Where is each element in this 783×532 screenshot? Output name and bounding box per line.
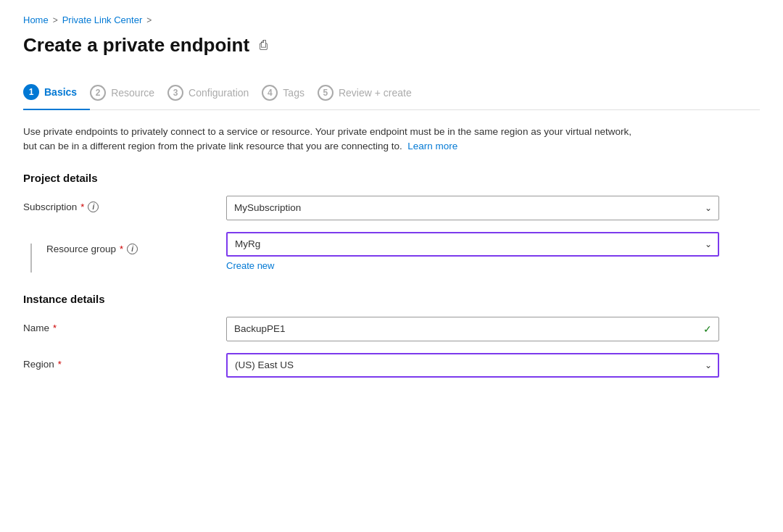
resource-group-required: * [120, 244, 123, 254]
wizard-step-review-create[interactable]: 5 Review + create [318, 78, 425, 109]
page-title: Create a private endpoint [23, 34, 249, 57]
resource-group-info-icon[interactable]: i [127, 244, 138, 254]
breadcrumb: Home > Private Link Center > [23, 14, 760, 25]
step-label-basics: Basics [44, 86, 77, 98]
step-number-4: 4 [262, 85, 278, 101]
name-label: Name * [23, 323, 226, 333]
subscription-row: Subscription * i MySubscription ⌄ [23, 196, 760, 220]
subscription-select-wrapper: MySubscription ⌄ [226, 196, 719, 220]
region-select[interactable]: (US) East US [226, 353, 719, 378]
subscription-required: * [80, 201, 84, 212]
instance-details-title: Instance details [23, 293, 760, 305]
region-row: Region * (US) East US ⌄ [23, 353, 760, 378]
step-label-tags: Tags [283, 87, 304, 99]
breadcrumb-home[interactable]: Home [23, 14, 49, 25]
instance-details-section: Instance details Name * ✓ Region * [23, 293, 760, 378]
page-description: Use private endpoints to privately conne… [23, 125, 647, 154]
step-number-2: 2 [90, 85, 106, 101]
step-number-1: 1 [23, 84, 39, 100]
step-label-review-create: Review + create [339, 87, 412, 99]
wizard-steps: 1 Basics 2 Resource 3 Configuration 4 Ta… [23, 77, 760, 110]
resource-group-row: Resource group * i MyRg ⌄ Create new [23, 232, 760, 273]
page-header: Create a private endpoint ⎙ [23, 34, 760, 57]
indent-bar [30, 244, 32, 273]
step-label-resource: Resource [111, 87, 154, 99]
print-icon[interactable]: ⎙ [260, 38, 268, 53]
breadcrumb-private-link-center[interactable]: Private Link Center [62, 14, 143, 25]
name-row: Name * ✓ [23, 317, 760, 341]
wizard-step-configuration[interactable]: 3 Configuration [167, 78, 262, 109]
project-details-section: Project details Subscription * i MySubsc… [23, 172, 760, 273]
learn-more-link[interactable]: Learn more [407, 141, 457, 151]
step-number-3: 3 [167, 85, 183, 101]
wizard-step-basics[interactable]: 1 Basics [23, 77, 90, 110]
resource-group-label: Resource group * i [46, 238, 138, 254]
region-label: Region * [23, 359, 226, 370]
name-input[interactable] [226, 317, 719, 341]
wizard-step-resource[interactable]: 2 Resource [90, 78, 167, 109]
create-new-link[interactable]: Create new [226, 260, 274, 271]
region-select-wrapper: (US) East US ⌄ [226, 353, 719, 378]
project-details-title: Project details [23, 172, 760, 184]
step-label-configuration: Configuration [188, 87, 249, 99]
resource-group-select[interactable]: MyRg [226, 232, 719, 257]
step-number-5: 5 [318, 85, 334, 101]
subscription-label: Subscription * i [23, 201, 226, 212]
subscription-info-icon[interactable]: i [88, 201, 99, 212]
valid-check-icon: ✓ [703, 323, 712, 335]
wizard-step-tags[interactable]: 4 Tags [262, 78, 318, 109]
name-required: * [53, 323, 57, 333]
name-input-wrapper: ✓ [226, 317, 719, 341]
breadcrumb-separator-1: > [53, 15, 58, 25]
breadcrumb-separator-2: > [146, 15, 152, 25]
region-required: * [58, 359, 62, 370]
resource-group-select-wrapper: MyRg ⌄ [226, 232, 719, 257]
subscription-select[interactable]: MySubscription [226, 196, 719, 220]
